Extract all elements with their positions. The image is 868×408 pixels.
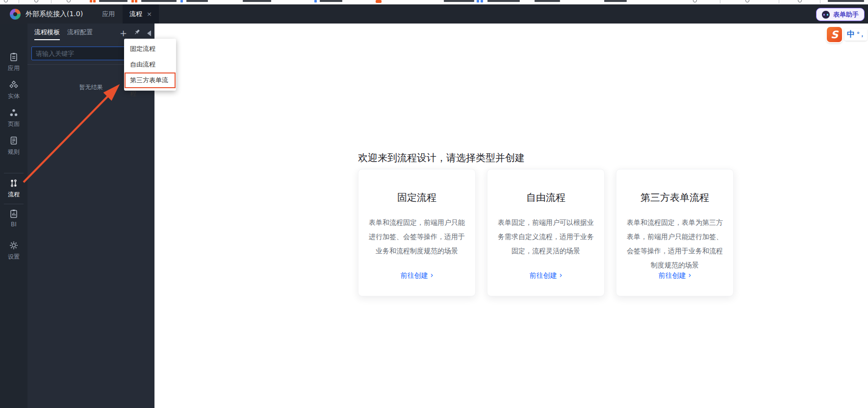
bookmark-favicon — [180, 0, 183, 2]
assistant-label: 表单助手 — [833, 10, 859, 19]
globe-favicon — [798, 0, 802, 2]
menu-item-fixed-flow[interactable]: 固定流程 — [124, 41, 176, 57]
card-description: 表单和流程固定，前端用户只能进行加签、会签等操作，适用于业务和流程制度规范的场景 — [368, 216, 466, 258]
tab-flow-label: 流程 — [129, 10, 142, 19]
card-title: 自由流程 — [497, 191, 595, 204]
tab-application[interactable]: 应用 — [96, 4, 121, 24]
bookmark-favicon — [135, 0, 137, 2]
app-header: 外部系统接入(1.0) 应用 流程 × — [0, 4, 868, 24]
card-third-party-form-flow[interactable]: 第三方表单流程 表单和流程固定，表单为第三方表单，前端用户只能进行加签、会签等操… — [616, 169, 734, 296]
bookmark-text — [141, 0, 177, 2]
entity-icon — [9, 80, 19, 90]
app-title: 外部系统接入(1.0) — [26, 4, 83, 24]
create-link-fixed-flow[interactable]: 前往创建› — [358, 271, 475, 280]
bookmark-favicon — [314, 0, 317, 2]
chevron-right-icon: › — [560, 271, 562, 280]
card-title: 固定流程 — [368, 191, 466, 204]
rail-item-app[interactable]: 应用 — [0, 52, 27, 72]
create-flow-menu: 固定流程 自由流程 第三方表单流程 — [124, 39, 176, 91]
menu-item-free-flow[interactable]: 自由流程 — [124, 57, 176, 72]
create-link-free-flow[interactable]: 前往创建› — [487, 271, 604, 280]
card-fixed-flow[interactable]: 固定流程 表单和流程固定，前端用户只能进行加签、会签等操作，适用于业务和流程制度… — [358, 169, 476, 296]
bookmark-text — [604, 0, 627, 2]
rail-item-entity[interactable]: 实体 — [0, 80, 27, 100]
card-free-flow[interactable]: 自由流程 表单固定，前端用户可以根据业务需求自定义流程，适用于业务固定，流程灵活… — [487, 169, 605, 296]
rail-item-flow[interactable]: 流程 — [0, 178, 27, 199]
bookmark-text — [487, 0, 520, 2]
welcome-heading: 欢迎来到流程设计，请选择类型并创建 — [358, 151, 525, 165]
globe-favicon — [67, 0, 71, 2]
flow-icon — [9, 178, 19, 188]
pin-icon[interactable] — [133, 28, 141, 38]
left-icon-rail: 应用 实体 页面 规则 流程 — [0, 24, 27, 408]
card-description: 表单和流程固定，表单为第三方表单，前端用户只能进行加签、会签等操作，适用于业务和… — [626, 216, 724, 272]
globe-favicon — [745, 0, 749, 2]
ime-punctuation-icon[interactable]: °， — [857, 30, 865, 39]
bookmark-favicon — [477, 0, 479, 2]
bookmark-text — [535, 0, 560, 2]
ime-toolbar[interactable]: S 中 °， — [827, 27, 867, 42]
bookmark-text — [186, 0, 208, 2]
bookmark-favicon — [93, 0, 96, 2]
bookmark-text — [99, 0, 128, 2]
globe-favicon — [4, 0, 8, 2]
card-title: 第三方表单流程 — [626, 191, 724, 204]
app-logo-icon[interactable] — [10, 9, 21, 20]
close-icon[interactable]: × — [147, 10, 152, 18]
chevron-right-icon: › — [431, 271, 434, 280]
rule-icon — [9, 136, 19, 145]
bookmark-text — [444, 0, 474, 2]
bookmark-favicon — [90, 0, 92, 2]
chevron-right-icon: › — [689, 271, 691, 280]
tab-flow[interactable]: 流程 × — [123, 4, 159, 24]
bi-icon — [9, 209, 19, 218]
ime-mode-indicator[interactable]: 中 — [847, 29, 855, 40]
page-icon — [9, 108, 19, 118]
bookmark-text — [320, 0, 342, 2]
rail-item-bi[interactable]: BI — [0, 209, 27, 228]
app-icon — [9, 52, 19, 62]
form-assistant-button[interactable]: 表单助手 — [816, 8, 865, 21]
add-flow-button[interactable]: + — [120, 29, 127, 37]
bookmark-favicon — [376, 0, 382, 3]
panel-tabs: 流程模板 流程配置 — [34, 28, 93, 40]
card-description: 表单固定，前端用户可以根据业务需求自定义流程，适用于业务固定，流程灵活的场景 — [497, 216, 595, 258]
bookmark-favicon — [131, 0, 134, 2]
collapse-panel-icon[interactable] — [147, 30, 151, 36]
globe-favicon — [34, 0, 38, 2]
rail-item-page[interactable]: 页面 — [0, 108, 27, 128]
flow-type-cards: 固定流程 表单和流程固定，前端用户只能进行加签、会签等操作，适用于业务和流程制度… — [358, 169, 734, 296]
settings-icon — [9, 240, 19, 250]
sogou-logo-icon[interactable]: S — [827, 27, 842, 42]
create-link-third-party-form-flow[interactable]: 前往创建› — [616, 271, 733, 280]
bookmark-text — [243, 0, 271, 2]
menu-item-third-party-form-flow[interactable]: 第三方表单流程 — [125, 72, 176, 88]
tab-flow-config[interactable]: 流程配置 — [67, 28, 93, 40]
rail-item-settings[interactable]: 设置 — [0, 240, 27, 261]
browser-bookmarks-strip — [0, 0, 868, 4]
tab-flow-template[interactable]: 流程模板 — [34, 28, 60, 40]
rail-item-rule[interactable]: 规则 — [0, 136, 27, 156]
bookmark-text — [828, 0, 864, 2]
assistant-robot-icon — [822, 11, 830, 19]
bookmark-favicon — [481, 0, 483, 2]
globe-favicon — [693, 0, 697, 2]
main-content: 欢迎来到流程设计，请选择类型并创建 固定流程 表单和流程固定，前端用户只能进行加… — [154, 24, 868, 408]
